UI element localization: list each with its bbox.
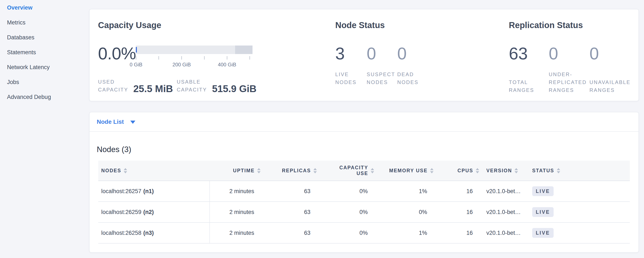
column-header-cpus[interactable]: CPUS bbox=[436, 161, 482, 181]
under-replicated-ranges-count: 0 bbox=[549, 45, 590, 63]
sort-icon bbox=[371, 168, 374, 173]
usable-capacity-label: USABLE CAPACITY bbox=[177, 78, 207, 94]
node-name-cell[interactable]: localhost:26258(n3) bbox=[98, 223, 210, 243]
axis-label-200gib: 200 GiB bbox=[172, 62, 191, 68]
total-ranges-label: TOTAL RANGES bbox=[509, 78, 549, 94]
version-cell: v20.1.0-bet… bbox=[482, 202, 524, 222]
capacity-use-cell: 0% bbox=[320, 181, 377, 201]
dead-nodes-label: DEAD NODES bbox=[397, 70, 500, 86]
usable-capacity-stat: USABLE CAPACITY 515.9 GiB bbox=[177, 78, 256, 94]
replicas-cell: 63 bbox=[264, 181, 320, 201]
sidebar-item-statements[interactable]: Statements bbox=[0, 45, 89, 60]
sort-icon bbox=[314, 168, 317, 173]
node-name-cell[interactable]: localhost:26257(n1) bbox=[98, 181, 210, 201]
cpus-cell: 16 bbox=[436, 223, 482, 243]
replication-numbers: 63 0 0 bbox=[509, 45, 638, 63]
cluster-summary-card: Capacity Usage 0.0% 0 GiB 200 GiB 400 bbox=[89, 9, 639, 101]
status-cell: LIVE bbox=[524, 181, 565, 201]
used-capacity-value: 25.5 MiB bbox=[133, 84, 173, 94]
node-status-section: Node Status 3 0 0 LIVE NODES SUSPECT NOD… bbox=[327, 9, 500, 101]
sidebar-item-overview[interactable]: Overview bbox=[0, 0, 89, 15]
cpus-cell: 16 bbox=[436, 181, 482, 201]
axis-tick bbox=[158, 56, 159, 60]
spacer-cell bbox=[565, 223, 630, 243]
used-capacity-stat: USED CAPACITY 25.5 MiB bbox=[98, 78, 173, 94]
capacity-stats: USED CAPACITY 25.5 MiB USABLE CAPACITY 5… bbox=[98, 78, 256, 94]
status-cell: LIVE bbox=[524, 202, 565, 222]
unavailable-ranges-count: 0 bbox=[590, 45, 638, 63]
node-list-card: Node List Nodes (3) NODES UPTIME REPLICA… bbox=[89, 112, 639, 253]
table-row: localhost:26257(n1) 2 minutes 63 0% 1% 1… bbox=[98, 181, 630, 202]
sort-icon bbox=[430, 168, 434, 173]
axis-tick bbox=[136, 56, 136, 60]
capacity-bar-used-segment bbox=[136, 47, 137, 53]
sidebar-item-databases[interactable]: Databases bbox=[0, 30, 89, 45]
sidebar-item-network-latency[interactable]: Network Latency bbox=[0, 60, 89, 75]
column-header-uptime[interactable]: UPTIME bbox=[210, 161, 264, 181]
nodes-table-title: Nodes (3) bbox=[97, 145, 638, 154]
live-nodes-count: 3 bbox=[335, 45, 367, 63]
nodes-table-header-row: NODES UPTIME REPLICAS CAPACITY USE MEMOR… bbox=[98, 161, 630, 181]
replicas-cell: 63 bbox=[264, 202, 320, 222]
spacer-cell bbox=[565, 202, 630, 222]
capacity-usage-title: Capacity Usage bbox=[98, 20, 327, 30]
nodes-table: NODES UPTIME REPLICAS CAPACITY USE MEMOR… bbox=[98, 161, 630, 243]
used-capacity-label: USED CAPACITY bbox=[98, 78, 128, 94]
chevron-down-icon bbox=[130, 120, 136, 124]
node-name-cell[interactable]: localhost:26259(n2) bbox=[98, 202, 210, 222]
under-replicated-ranges-label: UNDER- REPLICATED RANGES bbox=[549, 70, 590, 94]
status-badge: LIVE bbox=[532, 207, 554, 217]
axis-tick bbox=[204, 56, 204, 60]
column-header-status[interactable]: STATUS bbox=[524, 161, 565, 181]
usable-capacity-value: 515.9 GiB bbox=[212, 84, 256, 94]
capacity-use-cell: 0% bbox=[320, 223, 377, 243]
table-row: localhost:26259(n2) 2 minutes 63 0% 0% 1… bbox=[98, 202, 630, 223]
unavailable-ranges-label: UNAVAILABLE RANGES bbox=[590, 78, 638, 94]
cluster-overview-page: { "colors": { "accent_blue": "#2b7ce0", … bbox=[0, 0, 644, 258]
memory-use-cell: 1% bbox=[377, 181, 436, 201]
capacity-axis: 0 GiB 200 GiB 400 GiB bbox=[136, 54, 252, 71]
column-header-replicas[interactable]: REPLICAS bbox=[264, 161, 320, 181]
sort-icon bbox=[476, 168, 479, 173]
uptime-cell: 2 minutes bbox=[210, 181, 264, 201]
status-cell: LIVE bbox=[524, 223, 565, 243]
replication-status-title: Replication Status bbox=[509, 20, 638, 30]
node-list-view-dropdown[interactable]: Node List bbox=[97, 118, 136, 125]
capacity-bar-chart: 0 GiB 200 GiB 400 GiB bbox=[136, 46, 252, 71]
column-header-memory-use[interactable]: MEMORY USE bbox=[377, 161, 436, 181]
sidebar-item-metrics[interactable]: Metrics bbox=[0, 15, 89, 30]
version-cell: v20.1.0-bet… bbox=[482, 223, 524, 243]
column-header-nodes[interactable]: NODES bbox=[98, 161, 210, 181]
sidebar-nav: Overview Metrics Databases Statements Ne… bbox=[0, 0, 89, 104]
node-status-labels: LIVE NODES SUSPECT NODES DEAD NODES bbox=[335, 70, 500, 86]
replication-status-section: Replication Status 63 0 0 TOTAL RANGES U… bbox=[500, 9, 638, 101]
sort-icon bbox=[257, 168, 260, 173]
node-list-header: Node List bbox=[90, 112, 638, 132]
version-cell: v20.1.0-bet… bbox=[482, 181, 524, 201]
table-row: localhost:26258(n3) 2 minutes 63 0% 1% 1… bbox=[98, 223, 630, 243]
sort-icon bbox=[557, 168, 560, 173]
sidebar-item-jobs[interactable]: Jobs bbox=[0, 75, 89, 89]
status-badge: LIVE bbox=[532, 186, 554, 196]
axis-label-0gib: 0 GiB bbox=[130, 62, 142, 68]
spacer-cell bbox=[565, 181, 630, 201]
node-status-title: Node Status bbox=[335, 20, 500, 30]
replication-labels: TOTAL RANGES UNDER- REPLICATED RANGES UN… bbox=[509, 70, 638, 94]
uptime-cell: 2 minutes bbox=[210, 202, 264, 222]
capacity-usage-section: Capacity Usage 0.0% 0 GiB 200 GiB 400 bbox=[90, 9, 327, 101]
cpus-cell: 16 bbox=[436, 202, 482, 222]
node-list-view-label: Node List bbox=[97, 118, 124, 125]
column-header-version[interactable]: VERSION bbox=[482, 161, 524, 181]
live-nodes-label: LIVE NODES bbox=[335, 70, 367, 86]
capacity-bar-total-segment bbox=[235, 46, 252, 54]
axis-tick bbox=[250, 56, 250, 60]
total-ranges-count: 63 bbox=[509, 45, 549, 63]
replicas-cell: 63 bbox=[264, 223, 320, 243]
capacity-bar bbox=[136, 46, 252, 54]
column-header-spacer bbox=[565, 161, 630, 181]
column-header-capacity-use[interactable]: CAPACITY USE bbox=[320, 161, 377, 181]
suspect-nodes-count: 0 bbox=[367, 45, 397, 63]
dead-nodes-count: 0 bbox=[397, 45, 500, 63]
sidebar-item-advanced-debug[interactable]: Advanced Debug bbox=[0, 89, 89, 104]
memory-use-cell: 1% bbox=[377, 223, 436, 243]
